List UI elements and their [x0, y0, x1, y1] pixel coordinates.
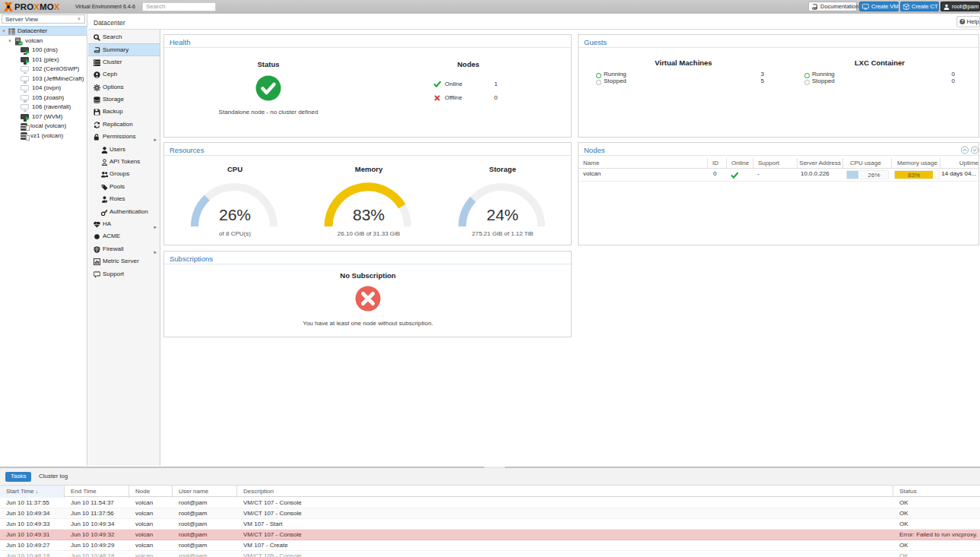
svg-text:?: ? — [961, 19, 963, 24]
svg-text:PROXMOX: PROXMOX — [14, 2, 60, 11]
